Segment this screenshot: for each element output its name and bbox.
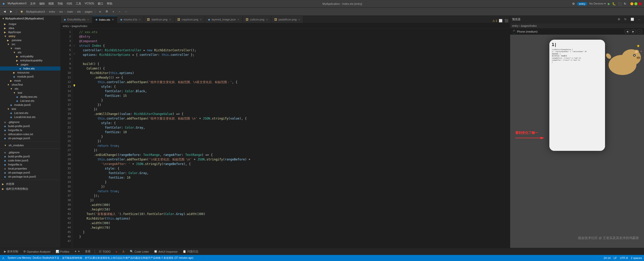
editor-content[interactable]: 12345 678910 1112131415 1617181920 21222… — [61, 29, 510, 248]
sidebar-item-mock[interactable]: ▶ mock — [0, 79, 60, 83]
toolbar-settings[interactable]: ⚙ — [104, 9, 110, 14]
tab-entryability-close[interactable]: ✕ — [87, 18, 89, 21]
bottom-tab-spark[interactable]: ✦ ✦ — [72, 249, 82, 254]
tab-layered-close[interactable]: ✕ — [237, 18, 239, 21]
menu-analyze[interactable]: 工具 — [76, 2, 81, 6]
sidebar-item-entry[interactable]: ▼ entry — [0, 34, 60, 38]
sidebar-item-ohostest[interactable]: ▼ ohosTest — [0, 83, 60, 87]
maximize-btn[interactable] — [634, 2, 637, 5]
sidebar-item-ets[interactable]: ▼ ets — [0, 50, 60, 54]
bottom-tab-arkui[interactable]: 🔲 ArkUI Inspector — [152, 249, 180, 254]
sidebar-item-ets2[interactable]: ▼ ets — [0, 87, 60, 91]
bottom-tab-warn[interactable]: ⚠ — [120, 249, 127, 254]
sidebar-item-appscope[interactable]: ▶ AppScope — [0, 30, 60, 34]
toolbar-align[interactable]: ≡ — [98, 10, 102, 14]
minimize-btn[interactable] — [630, 2, 633, 5]
tab-starticon-close[interactable]: ✕ — [169, 18, 171, 21]
sidebar-item-gitignore[interactable]: ◈ .gitignore — [0, 120, 60, 124]
sidebar-item-list-test2[interactable]: ◈ List.test.ets — [0, 111, 60, 115]
preview-more-btn[interactable]: ··· — [637, 17, 642, 21]
tab-index-close[interactable]: ✕ — [112, 18, 114, 21]
toolbar-nav-back[interactable]: ◀ — [2, 9, 7, 14]
menu-edit[interactable]: 文件 — [30, 2, 36, 6]
settings-icon[interactable]: ⚙ — [572, 2, 575, 6]
sidebar-item-obfuscation[interactable]: ◈ obfuscation-rules.txt — [0, 132, 60, 136]
tab-enums-close[interactable]: ✕ — [139, 18, 141, 21]
menu-window[interactable]: 窗口 — [98, 2, 103, 6]
tab-enums[interactable]: ◈ enums.d.ts ✕ — [117, 16, 144, 23]
sidebar-item-ohmodules[interactable]: ▼ oh_modules — [0, 143, 60, 147]
bottom-tab-control[interactable]: ▶ 基本控制 — [2, 249, 20, 254]
menu-nav[interactable]: 视图 — [48, 2, 54, 6]
preview-settings-btn[interactable]: ⚙ — [616, 17, 622, 21]
sidebar-item-build-profile[interactable]: ◈ build-profile.json5 — [0, 124, 60, 128]
bottom-tab-profiles[interactable]: 📊 Profiles — [54, 249, 72, 254]
sidebar-item-hvigorfile2[interactable]: ◈ hvigorfile.ts — [0, 162, 60, 167]
sidebar-item-resources[interactable]: ▶ resources — [0, 70, 60, 75]
stop-btn[interactable]: ⬛ — [618, 2, 622, 6]
tab-layered[interactable]: ◈ layered_image.json ✕ — [205, 16, 242, 23]
tab-copyicon[interactable]: 🖼 copyIcon.png ✕ — [174, 16, 205, 23]
close-btn[interactable] — [638, 2, 641, 5]
bottom-tab-codelinter[interactable]: 🔍 Code Linter — [128, 249, 151, 254]
debug-btn[interactable]: 🐛 — [612, 2, 616, 6]
sidebar-item-ohpackage[interactable]: ◈ oh-package.json5 — [0, 136, 60, 140]
sidebar-item-test[interactable]: ▼ test — [0, 91, 60, 95]
preview-fwd-btn[interactable]: ▶ — [631, 30, 636, 33]
menu-refactor[interactable]: 导航 — [57, 2, 63, 6]
sidebar-item-ohpackage2[interactable]: ◈ oh-package.json5 — [0, 171, 60, 175]
menu-help[interactable]: 帮助 — [107, 2, 112, 6]
run-btn[interactable]: ▶ — [608, 2, 610, 6]
toolbar-nav-fwd[interactable]: ▶ — [9, 9, 14, 14]
sidebar-item-extlib[interactable]: ▶ 外部库 — [0, 182, 60, 186]
refresh-icon[interactable]: ↻ — [624, 2, 626, 6]
preview-more-nav-btn[interactable]: ··· — [637, 30, 642, 33]
bottom-tab-red[interactable]: ● — [114, 250, 119, 254]
sidebar-item-localunit[interactable]: ◈ LocalUnit.test.ets — [0, 115, 60, 119]
code-view[interactable]: // xxx.ets @Entry @Component struct Inde… — [76, 29, 510, 248]
sidebar-item-src[interactable]: ▼ src — [0, 42, 60, 46]
menu-vcs[interactable]: VCS(S) — [85, 2, 94, 6]
tab-cuticon-close[interactable]: ✕ — [266, 18, 268, 21]
fold-8[interactable]: ▽ — [72, 52, 76, 56]
devices-label[interactable]: No Devices ▾ — [589, 2, 606, 5]
sidebar-item-preview[interactable]: ▶ .preview — [0, 38, 60, 42]
sidebar-item-gitignore2[interactable]: ◈ .gitignore — [0, 150, 60, 154]
toolbar-add[interactable]: + — [111, 10, 116, 14]
entry-badge[interactable]: entry — [577, 2, 587, 6]
split-down-btn[interactable]: ⬛ — [504, 18, 509, 23]
menu-file[interactable]: MyApplication3 — [8, 2, 27, 6]
bottom-tab-view[interactable]: 查看 — [83, 249, 93, 254]
menu-code[interactable]: 代码 — [67, 2, 72, 6]
fold-4[interactable]: ▽ — [72, 30, 76, 48]
bottom-tab-log[interactable]: 📋 问题日志 — [181, 249, 200, 254]
menu-view[interactable]: 编辑 — [39, 2, 45, 6]
sidebar-item-module[interactable]: ◈ module.json5 — [0, 75, 60, 79]
preview-back-btn[interactable]: ◀ — [625, 30, 630, 33]
split-right-btn[interactable]: ⬜ — [498, 18, 503, 23]
sidebar-item-entrybackup[interactable]: ▶ entrybackupability — [0, 58, 60, 62]
tab-index[interactable]: ◈ Index.ets ✕ — [92, 16, 117, 23]
sidebar-item-index[interactable]: ◈ Index.ets — [0, 66, 60, 70]
toolbar-minus[interactable]: − — [117, 10, 122, 14]
sidebar-item-entryability[interactable]: ▶ entryability — [0, 54, 60, 58]
tab-pastelicon[interactable]: 🖼 pastelIcon.png ✕ — [271, 16, 304, 23]
menu-bar[interactable]: MyApplication3 文件 编辑 视图 导航 代码 工具 VCS(S) … — [8, 2, 112, 6]
bottom-tab-todo[interactable]: ☑ TODO — [97, 249, 113, 254]
sidebar-item-ability-test[interactable]: ◈ Ability.test.ets — [0, 95, 60, 99]
preview-split-btn[interactable]: ⬜ — [629, 17, 636, 21]
sidebar-item-pages[interactable]: ▼ pages — [0, 62, 60, 66]
sidebar-item-hvigor[interactable]: ▶ .hvigor — [0, 22, 60, 26]
sidebar-item-list-test[interactable]: ◈ List.test.ets — [0, 99, 60, 103]
sidebar-item-test2[interactable]: ▼ test — [0, 107, 60, 111]
sidebar-item-tempfiles[interactable]: ▶ 临时文件和控制台 — [0, 186, 60, 191]
preview-refresh-btn[interactable]: ↻ — [623, 17, 628, 21]
sidebar-item-idea[interactable]: ▶ .idea — [0, 26, 60, 30]
toolbar-project[interactable]: ◉ — [19, 9, 25, 14]
sidebar-item-module2[interactable]: ◈ module.json5 — [0, 103, 60, 107]
toolbar-more[interactable]: ··· — [123, 10, 129, 14]
sidebar-item-main[interactable]: ▼ main — [0, 46, 60, 50]
tab-copyicon-close[interactable]: ✕ — [200, 18, 202, 21]
tab-entryability[interactable]: ◈ EntryAbility.ets ✕ — [61, 16, 92, 23]
sidebar-item-hvigorfile[interactable]: ◈ hvigorfile.ts — [0, 128, 60, 132]
